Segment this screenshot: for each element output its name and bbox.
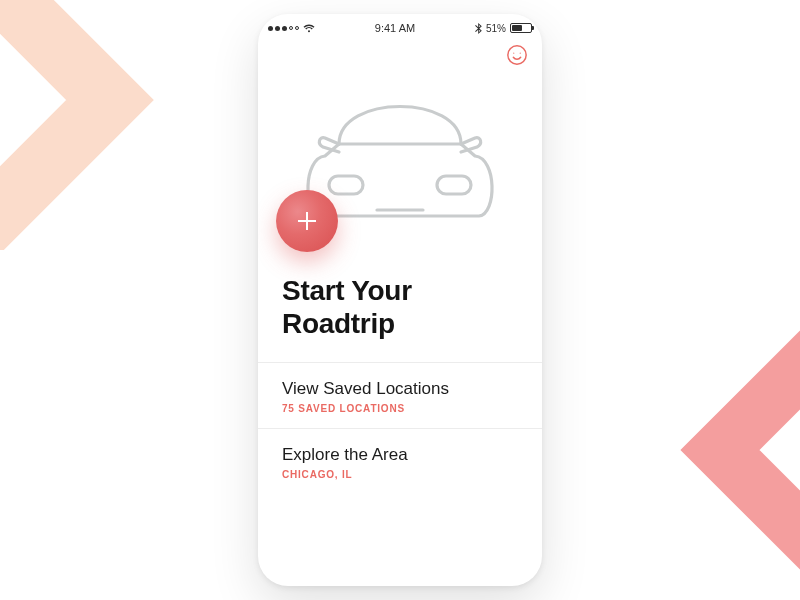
status-bar: 9:41 AM 51%: [258, 14, 542, 36]
row-title: Explore the Area: [282, 445, 518, 465]
bg-chevron-left: [0, 0, 220, 250]
phone-frame: 9:41 AM 51%: [258, 14, 542, 586]
signal-dots-icon: [268, 26, 299, 31]
row-explore-area[interactable]: Explore the Area CHICAGO, IL: [258, 428, 542, 494]
row-saved-locations[interactable]: View Saved Locations 75 SAVED LOCATIONS: [258, 362, 542, 428]
plus-icon: [294, 208, 320, 234]
row-title: View Saved Locations: [282, 379, 518, 399]
svg-rect-3: [329, 176, 363, 194]
battery-icon: [510, 23, 532, 33]
status-time: 9:41 AM: [375, 22, 415, 34]
wifi-icon: [303, 24, 315, 33]
page-headline: Start Your Roadtrip: [258, 244, 542, 362]
add-trip-button[interactable]: [276, 190, 338, 252]
bluetooth-icon: [475, 23, 482, 34]
status-left: [268, 24, 315, 33]
row-subtitle: 75 SAVED LOCATIONS: [282, 403, 518, 414]
battery-percent: 51%: [486, 23, 506, 34]
car-illustration: [258, 54, 542, 244]
svg-rect-4: [437, 176, 471, 194]
row-subtitle: CHICAGO, IL: [282, 469, 518, 480]
status-right: 51%: [475, 23, 532, 34]
bg-chevron-right: [610, 300, 800, 600]
